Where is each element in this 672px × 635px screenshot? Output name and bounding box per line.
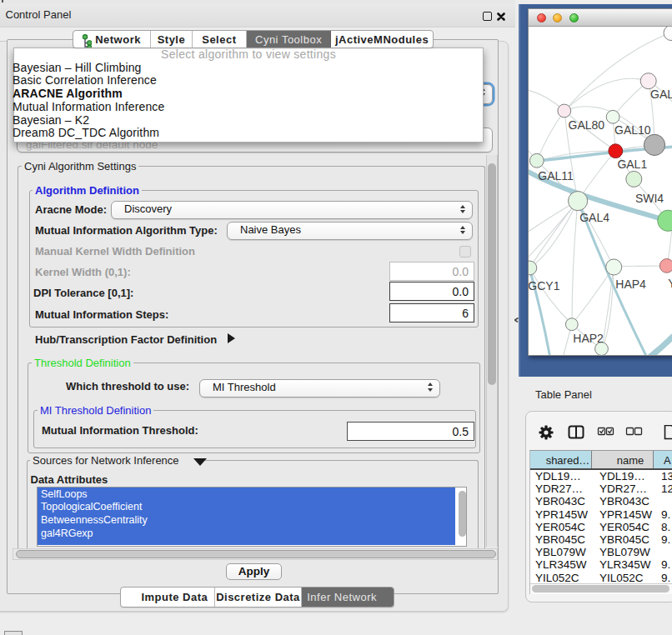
svg-text:GAL80: GAL80 <box>569 118 605 132</box>
svg-text:GAL: GAL <box>650 88 672 101</box>
svg-text:SWI4: SWI4 <box>635 192 664 205</box>
svg-text:GAL4: GAL4 <box>579 211 609 224</box>
svg-text:GAL11: GAL11 <box>538 169 574 182</box>
svg-text:HAP2: HAP2 <box>573 332 604 345</box>
svg-text:GAL1: GAL1 <box>617 158 647 171</box>
svg-text:GCY1: GCY1 <box>529 279 560 292</box>
svg-text:GAL10: GAL10 <box>614 123 651 137</box>
svg-text:Y: Y <box>668 277 672 290</box>
svg-text:HAP4: HAP4 <box>615 278 646 291</box>
